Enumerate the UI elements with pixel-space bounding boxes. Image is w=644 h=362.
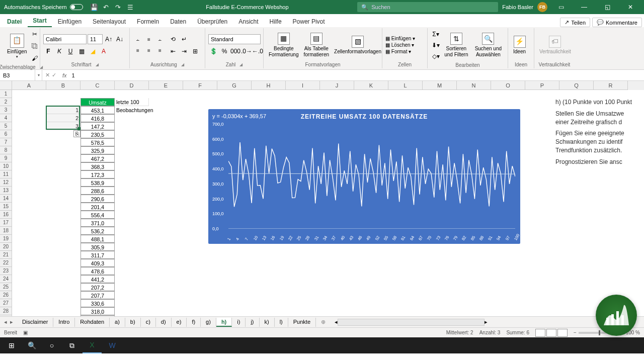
undo-icon[interactable]: ↶ (102, 3, 110, 11)
row-header[interactable]: 24 (0, 275, 12, 283)
share-button[interactable]: ↗ Teilen (560, 18, 590, 27)
task-view-icon[interactable]: ⧉ (62, 337, 82, 353)
tab-einfügen[interactable]: Einfügen (53, 16, 87, 27)
sheet-tab[interactable]: c) (141, 318, 156, 327)
cell[interactable]: 453,1 (80, 106, 115, 114)
delete-cells-button[interactable]: ▦ Löschen ▾ (385, 42, 415, 48)
cell[interactable]: 3 (46, 122, 80, 130)
row-header[interactable]: 8 (0, 146, 12, 154)
currency-icon[interactable]: 💲 (208, 46, 218, 56)
tab-seitenlayout[interactable]: Seitenlayout (88, 16, 131, 27)
orientation-icon[interactable]: ⟲ (168, 34, 178, 44)
sheet-tab[interactable]: h) (216, 318, 232, 327)
worksheet-grid[interactable]: ABCDEFGHIJKLMNOPQR 123456789101112131415… (0, 81, 644, 316)
sheet-tab[interactable]: a) (110, 318, 125, 327)
col-header-C[interactable]: C (80, 81, 115, 90)
hscroll-track[interactable] (338, 319, 485, 326)
new-sheet-button[interactable]: ⊕ (316, 319, 331, 325)
cell[interactable]: 467,2 (80, 154, 115, 162)
underline-button[interactable]: U (65, 46, 75, 56)
col-header-E[interactable]: E (149, 81, 183, 90)
col-header-Q[interactable]: Q (559, 81, 594, 90)
start-button[interactable]: ⊞ (2, 337, 21, 353)
row-header[interactable]: 19 (0, 235, 12, 243)
indent-inc-icon[interactable]: ⇥ (179, 46, 189, 56)
alignment-grid[interactable]: ⫠≡⫠ ≡≡≡ (133, 35, 165, 56)
paste-button[interactable]: 📋Einfügen▾ (5, 33, 29, 60)
sheet-tab[interactable]: j) (246, 318, 259, 327)
cell[interactable]: 230,5 (80, 130, 115, 138)
find-select-button[interactable]: 🔍Suchen und Auswählen (472, 32, 505, 59)
indent-dec-icon[interactable]: ⇤ (168, 46, 178, 56)
tab-hilfe[interactable]: Hilfe (265, 16, 287, 27)
cell[interactable]: 311,7 (80, 251, 115, 259)
tab-ansicht[interactable]: Ansicht (233, 16, 263, 27)
sheet-tab[interactable]: Rohdaten (75, 318, 110, 327)
name-box-dropdown[interactable]: ▾ (35, 70, 42, 80)
row-header[interactable]: 21 (0, 251, 12, 259)
cell[interactable]: 325,9 (80, 146, 115, 154)
user-name[interactable]: Fabio Basler (502, 4, 533, 10)
comma-icon[interactable]: 000 (230, 46, 240, 56)
row-header[interactable]: 22 (0, 259, 12, 267)
col-header-M[interactable]: M (423, 81, 457, 90)
row-header[interactable]: 20 (0, 243, 12, 251)
row-header[interactable]: 11 (0, 170, 12, 178)
sensitivity-button[interactable]: 🏷Vertraulichkeit (537, 35, 573, 56)
name-box[interactable]: B3 (0, 70, 35, 80)
col-header-L[interactable]: L (388, 81, 423, 90)
sheet-tab[interactable]: b) (125, 318, 141, 327)
tab-formeln[interactable]: Formeln (132, 16, 164, 27)
tab-start[interactable]: Start (28, 15, 51, 27)
copy-icon[interactable]: ⿻ (30, 41, 40, 51)
row-header[interactable]: 27 (0, 299, 12, 307)
excel-taskbar-icon[interactable]: X (83, 337, 102, 353)
row-header[interactable]: 2 (0, 98, 12, 106)
sheet-tab[interactable]: g) (201, 318, 216, 327)
view-switcher[interactable] (535, 329, 568, 337)
cell[interactable]: 441,2 (80, 275, 115, 283)
bold-button[interactable]: F (43, 46, 53, 56)
col-header-H[interactable]: H (252, 81, 286, 90)
cell[interactable]: 1 (46, 106, 80, 114)
format-painter-icon[interactable]: 🖌 (30, 53, 40, 63)
decrease-font-icon[interactable]: A↓ (115, 34, 125, 44)
row-header[interactable]: 12 (0, 178, 12, 187)
tab-daten[interactable]: Daten (165, 16, 191, 27)
save-icon[interactable]: 💾 (90, 3, 98, 11)
cell[interactable]: 538,9 (80, 178, 115, 187)
inc-decimal-icon[interactable]: .0→ (242, 46, 252, 56)
borders-button[interactable]: ▦ (76, 46, 87, 56)
cell[interactable]: 536,2 (80, 227, 115, 235)
maximize-button[interactable]: ◱ (598, 0, 617, 14)
row-header[interactable]: 3 (0, 106, 12, 114)
minimize-button[interactable]: — (575, 0, 594, 14)
row-header[interactable]: 5 (0, 122, 12, 130)
autosave-toggle[interactable]: Automatisches Speichern (0, 4, 87, 10)
fill-icon[interactable]: ⬇▾ (431, 40, 441, 50)
sheet-tab[interactable]: l) (275, 318, 288, 327)
col-header-R[interactable]: R (594, 81, 628, 90)
cell[interactable]: 371,0 (80, 219, 115, 227)
percent-icon[interactable]: % (219, 46, 229, 56)
fill-color-button[interactable]: ◢ (88, 46, 98, 56)
row-header[interactable]: 13 (0, 187, 12, 195)
cell[interactable]: 478,6 (80, 267, 115, 275)
ribbon-mode-icon[interactable]: ▭ (551, 0, 571, 14)
tab-überprüfen[interactable]: Überprüfen (192, 16, 232, 27)
col-header-G[interactable]: G (217, 81, 252, 90)
row-header[interactable]: 10 (0, 162, 12, 170)
row-header[interactable]: 18 (0, 227, 12, 235)
comments-button[interactable]: 💬 Kommentare (592, 18, 642, 27)
cell[interactable]: 207,2 (80, 283, 115, 291)
sheet-tab[interactable]: e) (172, 318, 187, 327)
font-size-combo[interactable]: 11 (88, 34, 103, 44)
select-all-corner[interactable] (0, 81, 12, 90)
record-macro-icon[interactable]: ▣ (23, 330, 28, 335)
toggle-switch-icon[interactable] (70, 4, 83, 10)
search-box[interactable]: 🔍 Suchen (357, 2, 498, 12)
dec-decimal-icon[interactable]: ←.0 (253, 46, 263, 56)
insert-cells-button[interactable]: ▦ Einfügen ▾ (385, 36, 415, 41)
font-color-button[interactable]: A (99, 46, 109, 56)
cell[interactable]: 207,7 (80, 291, 115, 299)
